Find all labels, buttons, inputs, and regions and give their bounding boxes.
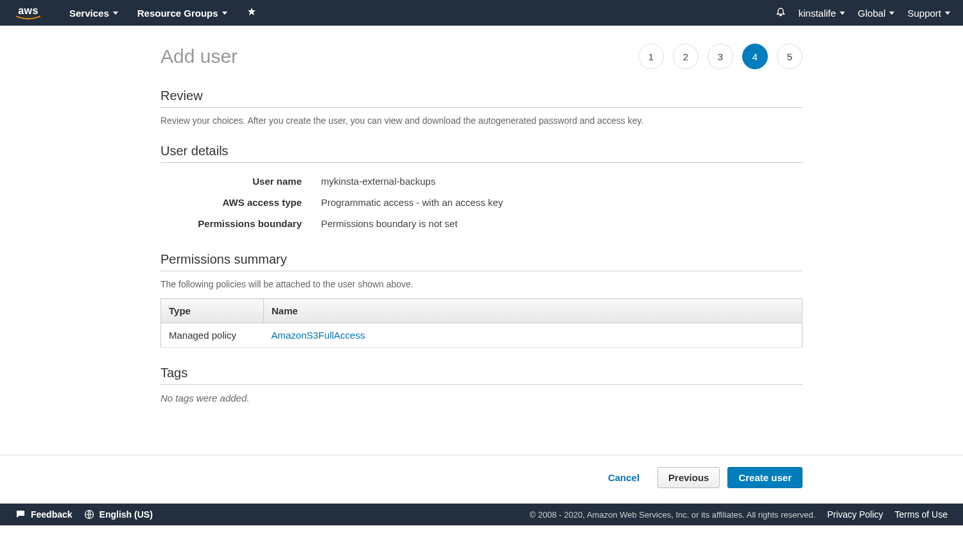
nav-resource-groups-label: Resource Groups <box>137 8 218 19</box>
aws-logo[interactable]: aws <box>13 5 44 21</box>
wizard-step-2[interactable]: 2 <box>673 44 698 69</box>
column-header-type[interactable]: Type <box>161 299 264 323</box>
wizard-step-1[interactable]: 1 <box>638 44 664 69</box>
footer-copyright: © 2008 - 2020, Amazon Web Services, Inc.… <box>530 510 816 520</box>
permissions-heading: Permissions summary <box>160 252 802 271</box>
globe-icon <box>84 509 94 520</box>
footer-language[interactable]: English (US) <box>84 509 153 520</box>
table-row: Managed policy AmazonS3FullAccess <box>161 323 802 348</box>
create-user-button[interactable]: Create user <box>727 467 802 488</box>
detail-label-permissions-boundary: Permissions boundary <box>160 218 321 229</box>
nav-region-label: Global <box>858 8 885 19</box>
chevron-down-icon <box>889 12 894 15</box>
wizard-footer: Cancel Previous Create user <box>0 455 963 504</box>
tags-empty-message: No tags were added. <box>160 393 802 403</box>
footer-terms-link[interactable]: Terms of Use <box>895 509 948 520</box>
nav-support[interactable]: Support <box>907 8 950 19</box>
wizard-steps: 1 2 3 4 5 <box>638 44 802 69</box>
bell-icon[interactable] <box>776 7 786 19</box>
wizard-step-5[interactable]: 5 <box>777 44 802 69</box>
chevron-down-icon <box>840 12 845 15</box>
policy-type: Managed policy <box>161 323 264 348</box>
tags-heading: Tags <box>160 366 802 385</box>
chevron-down-icon <box>222 12 227 15</box>
footer-feedback[interactable]: Feedback <box>15 509 73 520</box>
previous-button[interactable]: Previous <box>657 467 720 488</box>
detail-value-username: mykinsta-external-backups <box>321 176 802 187</box>
nav-account-label: kinstalife <box>799 8 836 19</box>
detail-label-access-type: AWS access type <box>160 197 321 208</box>
detail-label-username: User name <box>160 176 321 187</box>
nav-support-label: Support <box>907 8 941 19</box>
review-heading: Review <box>160 89 802 108</box>
user-details-heading: User details <box>160 144 802 163</box>
policy-name-link[interactable]: AmazonS3FullAccess <box>272 330 365 341</box>
permissions-description: The following policies will be attached … <box>160 279 802 289</box>
footer-bar: Feedback English (US) © 2008 - 2020, Ama… <box>0 504 963 525</box>
chevron-down-icon <box>113 12 118 15</box>
nav-services[interactable]: Services <box>69 8 118 19</box>
nav-account[interactable]: kinstalife <box>799 8 845 19</box>
main-content: Add user 1 2 3 4 5 Review Review your ch… <box>148 26 815 416</box>
footer-privacy-link[interactable]: Privacy Policy <box>827 509 883 520</box>
permissions-table: Type Name Managed policy AmazonS3FullAcc… <box>160 298 802 348</box>
column-header-name[interactable]: Name <box>264 299 802 323</box>
footer-language-label: English (US) <box>100 509 153 520</box>
detail-value-access-type: Programmatic access - with an access key <box>321 197 802 208</box>
nav-resource-groups[interactable]: Resource Groups <box>137 8 227 19</box>
detail-value-permissions-boundary: Permissions boundary is not set <box>321 218 802 229</box>
top-navbar: aws Services Resource Groups kinstalife … <box>0 0 963 26</box>
wizard-step-4[interactable]: 4 <box>742 44 768 69</box>
page-title: Add user <box>160 46 238 67</box>
wizard-step-3[interactable]: 3 <box>707 44 733 69</box>
aws-swoosh-icon <box>13 15 44 21</box>
review-description: Review your choices. After you create th… <box>160 115 802 126</box>
user-details-table: User name mykinsta-external-backups AWS … <box>160 171 802 234</box>
chat-icon <box>15 509 26 520</box>
nav-region[interactable]: Global <box>858 8 894 19</box>
footer-feedback-label: Feedback <box>31 509 73 520</box>
chevron-down-icon <box>945 12 950 15</box>
cancel-button[interactable]: Cancel <box>598 468 650 488</box>
nav-services-label: Services <box>69 8 109 19</box>
pin-icon[interactable] <box>247 7 257 19</box>
